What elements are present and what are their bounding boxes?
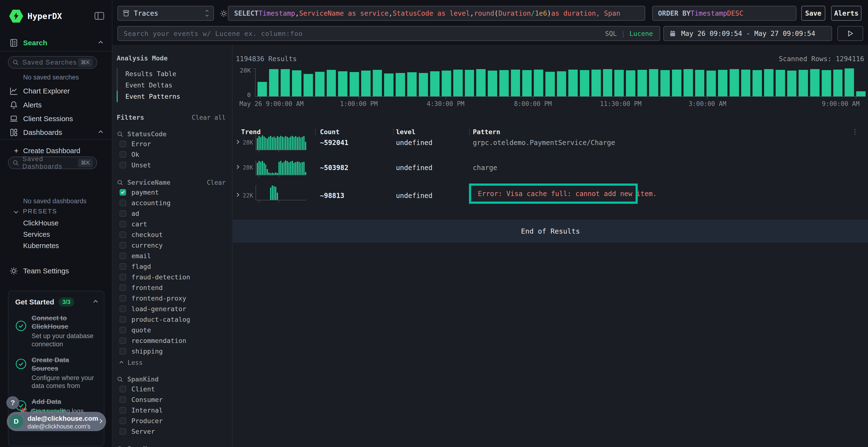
- histogram-bar[interactable]: [430, 71, 439, 96]
- histogram-bar[interactable]: [614, 70, 624, 96]
- filter-option-Consumer[interactable]: Consumer: [117, 395, 226, 404]
- saved-searches-input[interactable]: Saved Searches ⌘K: [8, 56, 97, 69]
- clear-all-filters-link[interactable]: Clear all: [192, 114, 226, 121]
- histogram-bar[interactable]: [752, 70, 762, 96]
- checkbox[interactable]: [120, 253, 126, 259]
- histogram-bar[interactable]: [845, 68, 854, 96]
- chevron-up-icon[interactable]: [93, 300, 98, 304]
- query-settings-gear-icon[interactable]: [219, 9, 228, 18]
- histogram-bar[interactable]: [568, 70, 578, 96]
- checkbox[interactable]: [120, 348, 126, 354]
- histogram-bar[interactable]: [580, 70, 589, 96]
- histogram-bar[interactable]: [799, 70, 808, 96]
- histogram-bar[interactable]: [684, 69, 693, 96]
- checkbox[interactable]: [120, 263, 126, 270]
- presets-toggle[interactable]: PRESETS: [14, 208, 57, 215]
- histogram-bar[interactable]: [672, 70, 681, 96]
- table-row[interactable]: 22K~98813undefinedError: Visa cache full…: [232, 183, 868, 212]
- search-input[interactable]: Search your events w/ Lucene ex. column:…: [117, 26, 660, 41]
- order-by-input[interactable]: ORDER BY Timestamp DESC: [652, 6, 796, 21]
- checkbox[interactable]: [120, 200, 126, 206]
- histogram-bar[interactable]: [695, 70, 705, 96]
- histogram-bar[interactable]: [638, 70, 647, 96]
- checkbox[interactable]: [120, 189, 126, 196]
- chevron-up-icon[interactable]: [98, 130, 103, 135]
- histogram-bar[interactable]: [338, 71, 347, 96]
- histogram-bar[interactable]: [718, 70, 727, 96]
- logo[interactable]: HyperDX: [9, 9, 62, 23]
- checkbox[interactable]: [120, 274, 126, 280]
- histogram-bar[interactable]: [269, 69, 278, 96]
- sidebar-item-client-sessions[interactable]: Client Sessions: [0, 112, 112, 125]
- histogram-bar[interactable]: [499, 70, 509, 96]
- histogram-bar[interactable]: [407, 72, 416, 96]
- histogram-bar[interactable]: [649, 69, 658, 96]
- run-query-button[interactable]: [837, 26, 863, 41]
- checkbox[interactable]: [120, 151, 126, 158]
- checkbox[interactable]: [120, 407, 126, 414]
- histogram-bar[interactable]: [350, 72, 359, 96]
- histogram-bar[interactable]: [833, 70, 843, 96]
- histogram-bar[interactable]: [741, 70, 751, 96]
- save-button[interactable]: Save: [801, 6, 825, 21]
- filter-option-product-catalog[interactable]: product-catalog: [117, 315, 226, 324]
- checkbox[interactable]: [120, 337, 126, 344]
- histogram-bar[interactable]: [603, 69, 613, 96]
- histogram-bar[interactable]: [442, 71, 451, 96]
- filter-option-fraud-detection[interactable]: fraud-detection: [117, 272, 226, 281]
- help-button[interactable]: ?: [6, 396, 19, 409]
- checkbox[interactable]: [120, 210, 126, 217]
- table-row[interactable]: 28K~503982undefinedcharge: [232, 159, 868, 183]
- filter-option-payment[interactable]: payment: [117, 187, 226, 197]
- preset-clickhouse[interactable]: ClickHouse: [23, 219, 59, 227]
- mode-event-deltas[interactable]: Event Deltas: [117, 79, 226, 91]
- source-select[interactable]: Traces: [117, 6, 214, 21]
- checkbox[interactable]: [120, 418, 126, 424]
- filter-option-Server[interactable]: Server: [117, 427, 226, 436]
- checkbox[interactable]: [120, 295, 126, 302]
- saved-dashboards-input[interactable]: Saved Dashboards ⌘K: [8, 157, 97, 169]
- sidebar-item-chart-explorer[interactable]: Chart Explorer: [0, 85, 112, 97]
- histogram-bar[interactable]: [660, 70, 670, 96]
- histogram-bar[interactable]: [626, 70, 635, 96]
- filter-option-cart[interactable]: cart: [117, 219, 226, 229]
- checklist-item-sources[interactable]: Create Data Sources Configure where your…: [15, 356, 97, 390]
- expand-row-chevron-icon[interactable]: [236, 140, 239, 144]
- checkbox[interactable]: [120, 306, 126, 312]
- filter-option-flagd[interactable]: flagd: [117, 262, 226, 271]
- checkbox[interactable]: [120, 316, 126, 323]
- histogram-bar[interactable]: [419, 73, 428, 96]
- histogram-bar[interactable]: [373, 70, 382, 96]
- histogram-bar[interactable]: [292, 70, 301, 96]
- checkbox[interactable]: [120, 386, 126, 392]
- filter-option-Unset[interactable]: Unset: [117, 161, 226, 170]
- checkbox[interactable]: [120, 242, 126, 248]
- histogram-bar[interactable]: [707, 71, 716, 96]
- sidebar-item-dashboards[interactable]: Dashboards: [0, 126, 112, 139]
- collapse-sidebar-icon[interactable]: [94, 11, 105, 21]
- checkbox[interactable]: [120, 232, 126, 238]
- histogram-bar[interactable]: [764, 69, 774, 96]
- histogram-bar[interactable]: [534, 70, 543, 96]
- alerts-button[interactable]: Alerts: [831, 6, 862, 21]
- filter-option-Internal[interactable]: Internal: [117, 406, 226, 415]
- checkbox[interactable]: [120, 221, 126, 227]
- histogram-bar[interactable]: [522, 70, 532, 96]
- filter-option-email[interactable]: email: [117, 251, 226, 260]
- filter-option-Client[interactable]: Client: [117, 384, 226, 393]
- histogram-bar[interactable]: [384, 73, 394, 96]
- filter-option-shipping[interactable]: shipping: [117, 347, 226, 356]
- histogram-bar[interactable]: [257, 82, 267, 96]
- filter-option-frontend-proxy[interactable]: frontend-proxy: [117, 294, 226, 303]
- sidebar-item-search[interactable]: Search: [0, 37, 112, 49]
- select-clause-input[interactable]: SELECT Timestamp, ServiceName as service…: [228, 6, 645, 21]
- histogram-bar[interactable]: [822, 70, 831, 96]
- checkbox[interactable]: [120, 327, 126, 333]
- histogram-bar[interactable]: [810, 69, 819, 96]
- highlighted-pattern-box[interactable]: Error: Visa cache full: cannot add new i…: [469, 183, 638, 204]
- filter-option-Ok[interactable]: Ok: [117, 150, 226, 159]
- checkbox[interactable]: [120, 397, 126, 403]
- filter-option-load-generator[interactable]: load-generator: [117, 304, 226, 313]
- histogram-bar[interactable]: [546, 72, 555, 96]
- clear-group-link[interactable]: Clear: [207, 179, 226, 186]
